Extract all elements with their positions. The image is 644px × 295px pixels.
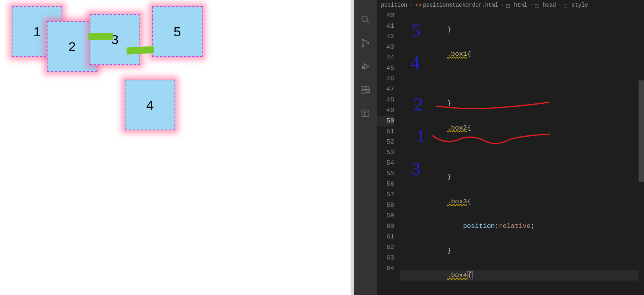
css-selector: .box2 bbox=[447, 124, 467, 132]
svg-rect-12 bbox=[366, 89, 369, 92]
line-number: 53 bbox=[386, 149, 394, 156]
css-selector: .box4 bbox=[447, 272, 467, 279]
pane-divider[interactable] bbox=[351, 0, 354, 295]
box-5: 5 bbox=[152, 6, 203, 57]
extensions-icon[interactable] bbox=[360, 84, 371, 95]
svg-rect-13 bbox=[362, 110, 369, 116]
line-number: 49 bbox=[386, 107, 394, 114]
editor-scrollbar[interactable] bbox=[639, 10, 644, 295]
colon: : bbox=[495, 222, 499, 230]
code-brace: { bbox=[467, 198, 471, 205]
highlight-mark-box4 bbox=[127, 46, 154, 55]
scrollbar-thumb[interactable] bbox=[639, 80, 644, 182]
code-brace: { bbox=[467, 271, 473, 279]
code-brace: } bbox=[447, 26, 451, 33]
box-label: 2 bbox=[69, 39, 76, 54]
code-brace: { bbox=[467, 124, 471, 132]
line-number: 59 bbox=[386, 212, 394, 219]
line-number: 58 bbox=[386, 201, 394, 209]
highlight-mark-box3 bbox=[88, 33, 113, 40]
app-root: 1 2 5 3 4 bbox=[0, 0, 644, 295]
symbol-icon: ⬚ bbox=[506, 2, 512, 8]
breadcrumb-symbol[interactable]: style bbox=[572, 2, 588, 8]
svg-rect-9 bbox=[362, 86, 365, 89]
symbol-icon: ⬚ bbox=[535, 2, 540, 8]
line-number: 45 bbox=[386, 64, 394, 72]
line-number: 42 bbox=[386, 33, 394, 40]
line-number: 40 bbox=[386, 12, 394, 19]
css-selector: .box1 bbox=[447, 50, 467, 58]
code-brace: } bbox=[447, 247, 451, 254]
line-number: 51 bbox=[386, 128, 394, 135]
run-debug-icon[interactable] bbox=[360, 61, 371, 72]
breadcrumb-folder[interactable]: position bbox=[381, 2, 407, 8]
code-brace: } bbox=[447, 173, 451, 181]
svg-rect-10 bbox=[366, 86, 369, 89]
symbol-icon: ⬚ bbox=[564, 2, 569, 8]
chevron-right-icon: › bbox=[409, 2, 413, 8]
box-label: 5 bbox=[174, 24, 181, 39]
editor-main: position › <> positionStackOrder.html › … bbox=[377, 0, 644, 295]
line-number: 57 bbox=[386, 191, 394, 198]
line-number: 46 bbox=[386, 75, 394, 82]
svg-rect-11 bbox=[362, 90, 365, 93]
box-4: 4 bbox=[125, 80, 175, 130]
semicolon: ; bbox=[531, 222, 535, 230]
css-value: relative bbox=[499, 222, 531, 230]
line-number: 56 bbox=[386, 180, 394, 188]
code-area[interactable]: 40 41 42 43 44 45 46 47 48 49 50 51 52 5… bbox=[377, 10, 644, 295]
code-brace: } bbox=[447, 100, 451, 107]
browser-render-area: 1 2 5 3 4 bbox=[0, 0, 351, 295]
breadcrumb-symbol[interactable]: html bbox=[514, 2, 527, 8]
line-gutter: 40 41 42 43 44 45 46 47 48 49 50 51 52 5… bbox=[377, 10, 400, 274]
html-file-icon: <> bbox=[415, 2, 421, 8]
box-group: 1 2 5 3 4 bbox=[0, 0, 351, 117]
chevron-right-icon: › bbox=[558, 2, 561, 8]
layout-panel-icon[interactable] bbox=[360, 108, 371, 119]
line-number: 47 bbox=[386, 85, 394, 93]
svg-point-0 bbox=[362, 16, 367, 21]
breadcrumbs[interactable]: position › <> positionStackOrder.html › … bbox=[377, 0, 644, 10]
activity-bar bbox=[354, 0, 377, 295]
search-icon[interactable] bbox=[360, 14, 371, 25]
code-content[interactable]: } .box1{ } .box2{ } .box3{ position:rela… bbox=[400, 10, 644, 295]
breadcrumb-symbol[interactable]: head bbox=[543, 2, 556, 8]
svg-line-1 bbox=[367, 21, 369, 23]
line-number: 61 bbox=[386, 233, 394, 240]
css-selector: .box3 bbox=[447, 198, 467, 205]
svg-point-3 bbox=[362, 45, 364, 47]
line-number: 64 bbox=[386, 265, 394, 272]
line-number: 43 bbox=[386, 43, 394, 51]
chevron-right-icon: › bbox=[529, 2, 533, 8]
breadcrumb-file[interactable]: positionStackOrder.html bbox=[423, 2, 498, 8]
line-number: 55 bbox=[386, 170, 394, 177]
line-number: 50 bbox=[386, 117, 394, 124]
line-number: 63 bbox=[386, 254, 394, 261]
code-editor: position › <> positionStackOrder.html › … bbox=[354, 0, 644, 295]
box-label: 4 bbox=[146, 98, 154, 113]
css-property: position bbox=[463, 222, 495, 230]
svg-point-4 bbox=[367, 42, 369, 44]
line-number: 41 bbox=[386, 22, 394, 30]
box-label: 1 bbox=[34, 24, 41, 39]
svg-point-2 bbox=[362, 39, 364, 41]
line-number: 48 bbox=[386, 96, 394, 103]
svg-marker-5 bbox=[364, 64, 369, 69]
code-brace: { bbox=[467, 50, 471, 58]
source-control-icon[interactable] bbox=[360, 37, 371, 48]
line-number: 44 bbox=[386, 54, 394, 61]
line-number: 60 bbox=[386, 222, 394, 230]
chevron-right-icon: › bbox=[501, 2, 504, 8]
line-number: 52 bbox=[386, 138, 394, 146]
line-number: 62 bbox=[386, 243, 394, 251]
line-number: 54 bbox=[386, 159, 394, 167]
